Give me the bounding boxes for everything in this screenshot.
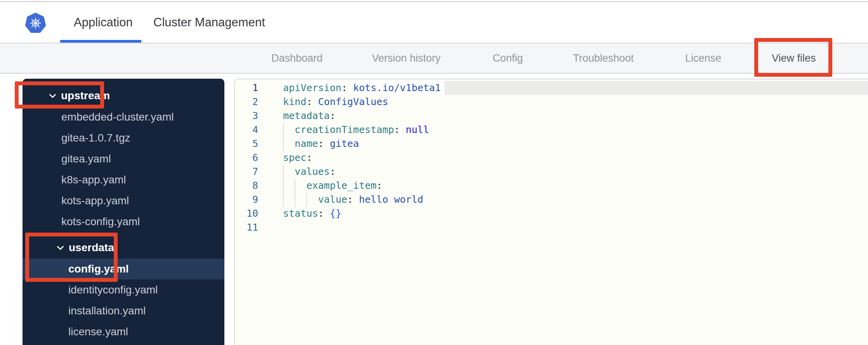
code-text: creationTimestamp: null: [283, 123, 429, 137]
file-item-k8s-app-yaml[interactable]: k8s-app.yaml: [23, 169, 224, 190]
folder-label: upstream: [61, 90, 110, 102]
code-line-4: 4 creationTimestamp: null: [235, 123, 868, 137]
line-number: 11: [235, 221, 258, 235]
file-label: config.yaml: [68, 263, 129, 275]
chevron-down-icon: [49, 93, 56, 98]
file-item-license-yaml[interactable]: license.yaml: [23, 321, 224, 342]
indent-guide: [295, 193, 295, 207]
line-number: 2: [235, 95, 258, 109]
file-item-gitea-yaml[interactable]: gitea.yaml: [23, 148, 224, 169]
code-line-6: 6spec:: [235, 151, 868, 165]
line-number: 1: [235, 81, 258, 95]
file-item-installation-yaml[interactable]: installation.yaml: [23, 300, 224, 321]
indent-guide: [283, 193, 284, 207]
file-item-gitea-1-0-7-tgz[interactable]: gitea-1.0.7.tgz: [23, 128, 224, 148]
code-line-8: 8 example_item:: [235, 179, 868, 193]
indent-guide: [283, 137, 284, 151]
code-line-7: 7 values:: [235, 165, 868, 179]
indent-guide: [306, 193, 307, 207]
file-label: k8s-app.yaml: [61, 174, 126, 186]
tab-cluster-management[interactable]: Cluster Management: [153, 2, 265, 43]
code-line-11: 11: [235, 221, 868, 235]
code-line-2: 2kind: ConfigValues: [235, 95, 868, 109]
chevron-down-icon: [57, 245, 64, 250]
code-line-1: 1apiVersion: kots.io/v1beta1: [235, 81, 868, 95]
kubernetes-logo-icon: [25, 12, 46, 33]
nav-item-license[interactable]: License: [685, 43, 721, 73]
line-number: 8: [235, 179, 258, 193]
code-text: name: gitea: [283, 137, 359, 151]
nav-item-troubleshoot[interactable]: Troubleshoot: [573, 43, 634, 73]
line-number: 3: [235, 109, 258, 123]
code-text: spec:: [283, 151, 312, 165]
line-number: 5: [235, 137, 258, 151]
indent-guide: [295, 179, 295, 193]
file-label: license.yaml: [68, 326, 128, 338]
indent-guide: [283, 123, 284, 137]
code-line-9: 9 value: hello world: [235, 193, 868, 207]
line-number: 6: [235, 151, 258, 165]
folder-label: userdata: [69, 242, 114, 254]
code-line-3: 3metadata:: [235, 109, 868, 123]
line-number: 7: [235, 165, 258, 179]
indent-guide: [283, 179, 284, 193]
code-line-10: 10status: {}: [235, 207, 868, 221]
file-item-kots-app-yaml[interactable]: kots-app.yaml: [23, 190, 224, 211]
code-lines: 1apiVersion: kots.io/v1beta12kind: Confi…: [235, 79, 868, 235]
file-item-embedded-cluster-yaml[interactable]: embedded-cluster.yaml: [23, 107, 224, 128]
code-text: example_item:: [283, 179, 382, 193]
folder-item-userdata[interactable]: userdata: [23, 237, 224, 259]
file-item-kots-config-yaml[interactable]: kots-config.yaml: [23, 211, 224, 232]
code-text: metadata:: [283, 109, 335, 123]
nav-item-view-files[interactable]: View files: [772, 43, 816, 73]
nav-item-version-history[interactable]: Version history: [372, 43, 441, 73]
indent-guide: [283, 165, 284, 179]
code-text: values:: [283, 165, 335, 179]
file-tree-sidebar: upstreamembedded-cluster.yamlgitea-1.0.7…: [23, 79, 224, 345]
nav-item-dashboard[interactable]: Dashboard: [271, 43, 323, 73]
code-text: apiVersion: kots.io/v1beta1: [283, 81, 444, 95]
file-label: gitea-1.0.7.tgz: [61, 132, 130, 144]
file-content-editor[interactable]: 1apiVersion: kots.io/v1beta12kind: Confi…: [234, 79, 868, 345]
file-label: installation.yaml: [68, 305, 146, 317]
code-line-5: 5 name: gitea: [235, 137, 868, 151]
file-label: embedded-cluster.yaml: [61, 111, 174, 123]
code-text: kind: ConfigValues: [283, 95, 388, 109]
file-label: identityconfig.yaml: [68, 284, 158, 296]
nav-item-config[interactable]: Config: [493, 43, 523, 73]
file-label: kots-app.yaml: [61, 195, 129, 207]
folder-item-upstream[interactable]: upstream: [23, 85, 224, 107]
app-header: Application Cluster Management: [0, 2, 868, 43]
code-text: status: {}: [283, 207, 342, 221]
file-item-identityconfig-yaml[interactable]: identityconfig.yaml: [23, 279, 224, 300]
line-number: 10: [235, 207, 258, 221]
app-navbar: Dashboard Version history Config Trouble…: [0, 43, 868, 74]
tab-application[interactable]: Application: [74, 2, 133, 43]
line-number: 4: [235, 123, 258, 137]
active-tab-underline: [60, 40, 141, 43]
file-label: gitea.yaml: [61, 153, 111, 165]
file-label: kots-config.yaml: [61, 216, 140, 228]
file-item-config-yaml[interactable]: config.yaml: [23, 259, 224, 279]
code-text: value: hello world: [283, 193, 423, 207]
line-number: 9: [235, 193, 258, 207]
